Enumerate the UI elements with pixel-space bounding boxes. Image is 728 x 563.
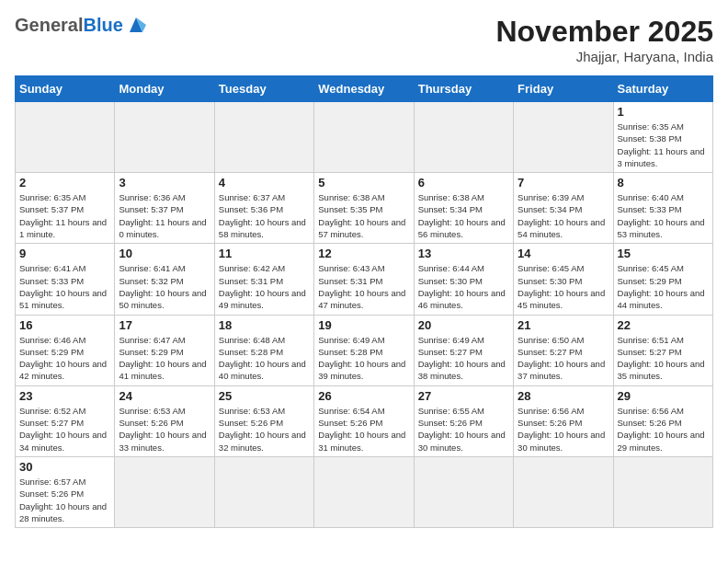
calendar-cell	[314, 102, 414, 173]
day-number: 1	[618, 105, 709, 119]
calendar-cell	[115, 456, 214, 527]
calendar-cell: 14Sunrise: 6:45 AMSunset: 5:30 PMDayligh…	[514, 244, 613, 315]
day-number: 17	[119, 318, 210, 332]
calendar-week-row: 1Sunrise: 6:35 AMSunset: 5:38 PMDaylight…	[16, 102, 713, 173]
calendar-cell: 2Sunrise: 6:35 AMSunset: 5:37 PMDaylight…	[16, 173, 115, 244]
day-info: Sunrise: 6:53 AMSunset: 5:26 PMDaylight:…	[219, 405, 310, 454]
day-number: 8	[618, 176, 709, 190]
day-info: Sunrise: 6:36 AMSunset: 5:37 PMDaylight:…	[119, 191, 210, 240]
column-header-tuesday: Tuesday	[214, 76, 313, 102]
calendar-cell: 3Sunrise: 6:36 AMSunset: 5:37 PMDaylight…	[115, 173, 214, 244]
day-number: 6	[418, 176, 509, 190]
day-info: Sunrise: 6:53 AMSunset: 5:26 PMDaylight:…	[119, 405, 210, 454]
day-number: 7	[518, 176, 609, 190]
day-info: Sunrise: 6:56 AMSunset: 5:26 PMDaylight:…	[518, 405, 609, 454]
day-number: 4	[219, 176, 310, 190]
day-number: 26	[318, 389, 409, 403]
calendar-cell: 16Sunrise: 6:46 AMSunset: 5:29 PMDayligh…	[16, 315, 115, 385]
calendar-cell: 11Sunrise: 6:42 AMSunset: 5:31 PMDayligh…	[214, 244, 313, 315]
day-info: Sunrise: 6:55 AMSunset: 5:26 PMDaylight:…	[418, 405, 509, 454]
calendar-header-row: SundayMondayTuesdayWednesdayThursdayFrid…	[16, 76, 713, 102]
calendar-cell: 25Sunrise: 6:53 AMSunset: 5:26 PMDayligh…	[214, 385, 313, 456]
day-number: 3	[119, 176, 210, 190]
day-info: Sunrise: 6:41 AMSunset: 5:33 PMDaylight:…	[19, 262, 110, 311]
day-info: Sunrise: 6:49 AMSunset: 5:28 PMDaylight:…	[318, 334, 409, 383]
calendar-cell: 6Sunrise: 6:38 AMSunset: 5:34 PMDaylight…	[414, 173, 513, 244]
calendar-cell: 5Sunrise: 6:38 AMSunset: 5:35 PMDaylight…	[314, 173, 414, 244]
calendar-cell	[514, 102, 613, 173]
logo-blue: Blue	[83, 15, 122, 36]
day-number: 29	[618, 389, 709, 403]
calendar-cell: 7Sunrise: 6:39 AMSunset: 5:34 PMDaylight…	[514, 173, 613, 244]
calendar-week-row: 23Sunrise: 6:52 AMSunset: 5:27 PMDayligh…	[16, 385, 713, 456]
column-header-monday: Monday	[115, 76, 214, 102]
logo: General Blue	[15, 15, 146, 36]
day-number: 18	[219, 318, 310, 332]
calendar-cell	[514, 456, 613, 527]
calendar-cell: 13Sunrise: 6:44 AMSunset: 5:30 PMDayligh…	[414, 244, 513, 315]
day-number: 13	[418, 247, 509, 260]
day-info: Sunrise: 6:45 AMSunset: 5:30 PMDaylight:…	[518, 262, 609, 311]
day-info: Sunrise: 6:51 AMSunset: 5:27 PMDaylight:…	[618, 334, 709, 383]
day-number: 5	[318, 176, 409, 190]
day-number: 25	[219, 389, 310, 403]
calendar-cell	[314, 456, 414, 527]
column-header-saturday: Saturday	[613, 76, 712, 102]
day-info: Sunrise: 6:38 AMSunset: 5:34 PMDaylight:…	[418, 191, 509, 240]
column-header-sunday: Sunday	[16, 76, 115, 102]
day-number: 20	[418, 318, 509, 332]
day-number: 2	[19, 176, 110, 190]
calendar-table: SundayMondayTuesdayWednesdayThursdayFrid…	[15, 75, 713, 528]
calendar-cell	[115, 102, 214, 173]
column-header-friday: Friday	[514, 76, 613, 102]
day-info: Sunrise: 6:49 AMSunset: 5:27 PMDaylight:…	[418, 334, 509, 383]
day-info: Sunrise: 6:50 AMSunset: 5:27 PMDaylight:…	[518, 334, 609, 383]
day-number: 21	[518, 318, 609, 332]
calendar-cell: 4Sunrise: 6:37 AMSunset: 5:36 PMDaylight…	[214, 173, 313, 244]
calendar-cell: 24Sunrise: 6:53 AMSunset: 5:26 PMDayligh…	[115, 385, 214, 456]
calendar-week-row: 30Sunrise: 6:57 AMSunset: 5:26 PMDayligh…	[16, 456, 713, 527]
day-number: 22	[618, 318, 709, 332]
day-info: Sunrise: 6:43 AMSunset: 5:31 PMDaylight:…	[318, 262, 409, 311]
column-header-thursday: Thursday	[414, 76, 513, 102]
calendar-cell	[613, 456, 712, 527]
title-block: November 2025 Jhajjar, Haryana, India	[495, 15, 713, 64]
day-number: 24	[119, 389, 210, 403]
calendar-cell	[214, 102, 313, 173]
day-info: Sunrise: 6:54 AMSunset: 5:26 PMDaylight:…	[318, 405, 409, 454]
day-info: Sunrise: 6:52 AMSunset: 5:27 PMDaylight:…	[19, 405, 110, 454]
location-subtitle: Jhajjar, Haryana, India	[495, 49, 713, 64]
page-header: General Blue November 2025 Jhajjar, Hary…	[15, 15, 713, 64]
calendar-cell: 10Sunrise: 6:41 AMSunset: 5:32 PMDayligh…	[115, 244, 214, 315]
day-number: 12	[318, 247, 409, 260]
calendar-cell: 12Sunrise: 6:43 AMSunset: 5:31 PMDayligh…	[314, 244, 414, 315]
month-title: November 2025	[495, 15, 713, 49]
column-header-wednesday: Wednesday	[314, 76, 414, 102]
day-number: 16	[19, 318, 110, 332]
calendar-cell: 19Sunrise: 6:49 AMSunset: 5:28 PMDayligh…	[314, 315, 414, 385]
calendar-cell: 18Sunrise: 6:48 AMSunset: 5:28 PMDayligh…	[214, 315, 313, 385]
day-number: 14	[518, 247, 609, 260]
calendar-week-row: 9Sunrise: 6:41 AMSunset: 5:33 PMDaylight…	[16, 244, 713, 315]
day-info: Sunrise: 6:40 AMSunset: 5:33 PMDaylight:…	[618, 191, 709, 240]
day-info: Sunrise: 6:48 AMSunset: 5:28 PMDaylight:…	[219, 334, 310, 383]
calendar-cell: 29Sunrise: 6:56 AMSunset: 5:26 PMDayligh…	[613, 385, 712, 456]
calendar-week-row: 2Sunrise: 6:35 AMSunset: 5:37 PMDaylight…	[16, 173, 713, 244]
day-number: 9	[19, 247, 110, 260]
calendar-cell: 23Sunrise: 6:52 AMSunset: 5:27 PMDayligh…	[16, 385, 115, 456]
day-number: 10	[119, 247, 210, 260]
calendar-cell: 17Sunrise: 6:47 AMSunset: 5:29 PMDayligh…	[115, 315, 214, 385]
calendar-cell: 15Sunrise: 6:45 AMSunset: 5:29 PMDayligh…	[613, 244, 712, 315]
calendar-cell: 20Sunrise: 6:49 AMSunset: 5:27 PMDayligh…	[414, 315, 513, 385]
calendar-cell: 21Sunrise: 6:50 AMSunset: 5:27 PMDayligh…	[514, 315, 613, 385]
calendar-cell: 8Sunrise: 6:40 AMSunset: 5:33 PMDaylight…	[613, 173, 712, 244]
calendar-cell: 27Sunrise: 6:55 AMSunset: 5:26 PMDayligh…	[414, 385, 513, 456]
calendar-cell	[414, 456, 513, 527]
day-info: Sunrise: 6:35 AMSunset: 5:37 PMDaylight:…	[19, 191, 110, 240]
day-info: Sunrise: 6:57 AMSunset: 5:26 PMDaylight:…	[19, 476, 110, 524]
calendar-cell: 9Sunrise: 6:41 AMSunset: 5:33 PMDaylight…	[16, 244, 115, 315]
calendar-cell: 30Sunrise: 6:57 AMSunset: 5:26 PMDayligh…	[16, 456, 115, 527]
day-number: 30	[19, 460, 110, 474]
day-number: 15	[618, 247, 709, 260]
day-info: Sunrise: 6:47 AMSunset: 5:29 PMDaylight:…	[119, 334, 210, 383]
